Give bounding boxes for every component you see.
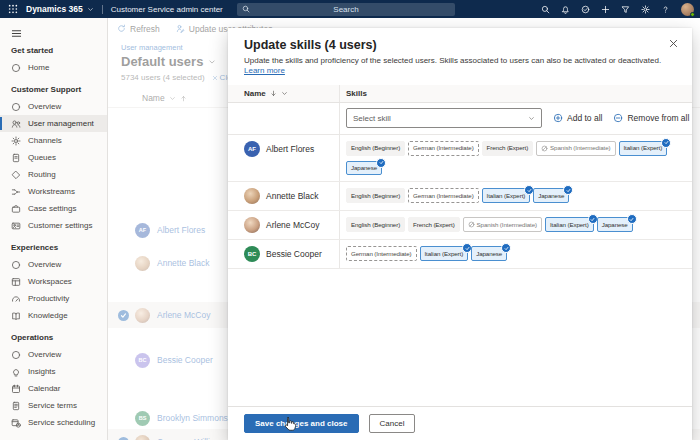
table-header-row: Name Skills [228, 85, 692, 103]
skill-chip-label: Japanese [538, 192, 564, 200]
skill-chip[interactable]: Italian (Expert) [545, 217, 594, 232]
skill-chip[interactable]: Italian (Expert) [482, 188, 531, 203]
skill-chip[interactable]: Italian (Expert) [420, 246, 469, 261]
skill-chip-label: French (Expert) [413, 221, 454, 229]
skill-chip[interactable]: English (Beginner) [346, 188, 405, 203]
check-icon [590, 217, 595, 222]
add-to-all-button[interactable]: Add to all [553, 113, 602, 123]
skill-chip[interactable]: French (Expert) [408, 217, 459, 232]
added-check-badge [563, 185, 573, 195]
sidebar-item-label: Home [28, 63, 49, 72]
sidebar-item-user-management[interactable]: User management [0, 115, 107, 132]
search-input[interactable] [237, 4, 455, 15]
sidebar-item-service-terms[interactable]: Service terms [0, 397, 107, 414]
skill-chip[interactable]: Spanish (Intermediate) [536, 141, 615, 156]
circle-icon [11, 63, 21, 73]
skill-select-placeholder: Select skill [353, 114, 391, 123]
skill-chip[interactable]: Japanese [346, 161, 382, 176]
skill-chip[interactable]: German (Intermediate) [346, 246, 417, 261]
skill-chip-label: German (Intermediate) [413, 192, 474, 200]
sidebar-item-label: Productivity [28, 294, 69, 303]
chevron-down-icon [528, 115, 535, 122]
search-icon[interactable] [541, 5, 550, 14]
skill-chip[interactable]: German (Intermediate) [408, 188, 479, 203]
sidebar-item-label: Case settings [28, 204, 76, 213]
skill-chip[interactable]: English (Beginner) [346, 217, 405, 232]
skill-chip[interactable]: English (Beginner) [346, 141, 405, 156]
sidebar-item-workspaces[interactable]: Workspaces [0, 273, 107, 290]
deactivated-icon [468, 221, 475, 228]
close-icon[interactable] [668, 38, 679, 49]
hamburger-menu-icon[interactable] [0, 18, 22, 37]
dialog-description: Update the skills and proficiency of the… [244, 56, 676, 77]
remove-circle-icon [613, 113, 623, 123]
sidebar-item-workstreams[interactable]: Workstreams [0, 183, 107, 200]
skill-chip-label: French (Expert) [487, 144, 528, 152]
filter-icon[interactable] [621, 5, 630, 14]
skill-select-dropdown[interactable]: Select skill [346, 108, 542, 128]
skills-table-row: Annette BlackEnglish (Beginner)German (I… [228, 182, 692, 211]
sidebar-item-overview[interactable]: Overview [0, 256, 107, 273]
row-name-cell: BCBessie Cooper [228, 240, 340, 268]
skill-chip-label: English (Beginner) [351, 144, 400, 152]
check-icon [527, 188, 532, 193]
check-circle-icon[interactable] [581, 5, 590, 14]
sidebar-section-label: Operations [0, 324, 107, 346]
sidebar-item-queues[interactable]: Queues [0, 149, 107, 166]
id-card-icon [11, 221, 21, 231]
sidebar-item-case-settings[interactable]: Case settings [0, 200, 107, 217]
sidebar-item-insights[interactable]: Insights [0, 363, 107, 380]
check-icon [379, 160, 384, 165]
sidebar-item-calendar[interactable]: Calendar [0, 380, 107, 397]
added-check-badge [627, 214, 637, 224]
skill-chip-label: Japanese [476, 250, 502, 258]
skill-chip-label: Italian (Expert) [550, 221, 589, 229]
sidebar-item-overview[interactable]: Overview [0, 98, 107, 115]
sidebar-item-label: Workspaces [28, 277, 72, 286]
sidebar-item-customer-settings[interactable]: Customer settings [0, 217, 107, 234]
app-area-title: Customer Service admin center [111, 5, 223, 14]
app-launcher-icon[interactable] [8, 4, 18, 14]
sidebar-item-knowledge[interactable]: Knowledge [0, 307, 107, 324]
save-changes-button[interactable]: Save changes and close [244, 414, 359, 433]
app-name[interactable]: Dynamics 365 [26, 4, 94, 14]
book-icon [11, 311, 21, 321]
skills-rows: AFAlbert FloresEnglish (Beginner)German … [228, 135, 692, 406]
skill-chip[interactable]: Japanese [597, 217, 633, 232]
sidebar-item-service-scheduling[interactable]: Service scheduling [0, 414, 107, 431]
user-name: Bessie Cooper [266, 249, 322, 259]
sidebar-item-home[interactable]: Home [0, 59, 107, 76]
add-icon[interactable] [601, 5, 610, 14]
skill-chip[interactable]: Italian (Expert) [619, 141, 668, 156]
skill-chip[interactable]: Japanese [471, 246, 507, 261]
remove-from-all-button[interactable]: Remove from all [613, 113, 689, 123]
sidebar-item-routing[interactable]: Routing [0, 166, 107, 183]
sidebar-item-overview[interactable]: Overview [0, 346, 107, 363]
skills-table: Name Skills Select skill Add to all [228, 85, 692, 406]
help-icon[interactable] [661, 5, 670, 14]
cancel-button[interactable]: Cancel [369, 414, 416, 433]
document-icon [11, 153, 21, 163]
search-box[interactable] [237, 3, 455, 16]
gear-icon [11, 136, 21, 146]
notifications-icon[interactable] [561, 5, 570, 14]
sidebar-item-label: User management [28, 119, 94, 128]
sidebar-item-label: Overview [28, 260, 61, 269]
skill-chip[interactable]: German (Intermediate) [408, 141, 479, 156]
sidebar-item-channels[interactable]: Channels [0, 132, 107, 149]
skill-chip-label: Italian (Expert) [425, 250, 464, 258]
skill-chip[interactable]: Spanish (Intermediate) [463, 217, 542, 232]
skill-chip-label: German (Intermediate) [351, 250, 412, 258]
learn-more-link[interactable]: Learn more [244, 66, 285, 75]
sidebar-item-label: Service scheduling [28, 418, 95, 427]
name-wrap: Arlene McCoy [244, 217, 319, 233]
skills-toolbar: Select skill Add to all Remove from all [228, 103, 692, 135]
skill-chip[interactable]: French (Expert) [482, 141, 533, 156]
sidebar-item-productivity[interactable]: Productivity [0, 290, 107, 307]
skills-cell: English (Beginner)German (Intermediate)F… [340, 135, 692, 182]
user-avatar[interactable] [681, 3, 694, 16]
skill-chip[interactable]: Japanese [533, 188, 569, 203]
settings-gear-icon[interactable] [641, 5, 650, 14]
name-column-header[interactable]: Name [228, 85, 340, 102]
name-wrap: Annette Black [244, 188, 318, 204]
